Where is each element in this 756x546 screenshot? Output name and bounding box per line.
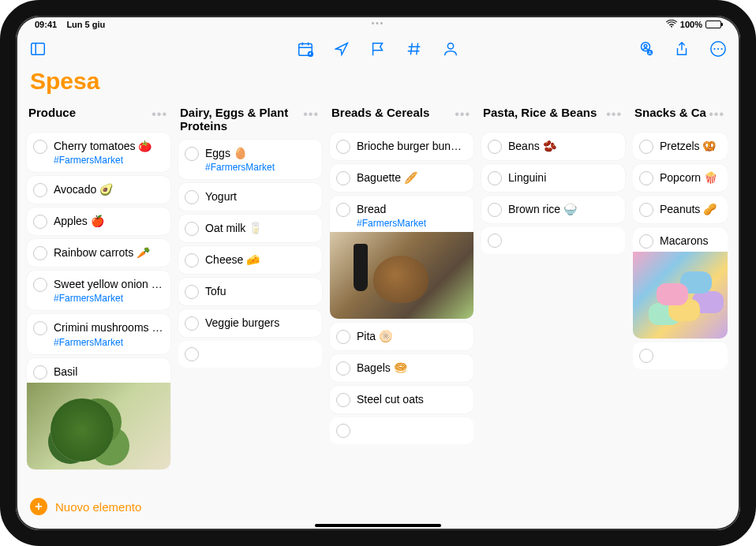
checkbox[interactable] [185, 316, 199, 331]
checkbox[interactable] [488, 140, 502, 154]
column-more-icon[interactable]: ••• [303, 106, 319, 122]
list-item[interactable]: Crimini mushrooms 🍄#FarmersMarket [27, 314, 170, 353]
list-item[interactable]: Peanuts 🥜 [633, 196, 728, 223]
checkbox[interactable] [33, 365, 47, 380]
column: Pasta, Rice & Beans•••Beans 🫘LinguiniBro… [481, 101, 625, 497]
list-item[interactable]: Beans 🫘 [481, 133, 625, 160]
checkbox[interactable] [488, 234, 502, 248]
list-item[interactable]: Pita 🫓 [330, 323, 473, 350]
checkbox[interactable] [639, 171, 653, 185]
list-item[interactable]: Apples 🍎 [27, 208, 170, 235]
flag-icon[interactable] [369, 39, 387, 58]
item-label: Eggs 🥚 [205, 146, 316, 160]
column: Breads & Cereals•••Brioche burger buns 🍔… [330, 101, 473, 497]
checkbox[interactable] [336, 140, 350, 154]
checkbox[interactable] [185, 190, 199, 204]
calendar-icon[interactable] [296, 39, 315, 58]
list-item[interactable]: Oat milk 🥛 [178, 215, 322, 242]
checkbox[interactable] [336, 393, 350, 407]
checkbox[interactable] [488, 171, 502, 185]
item-text: Brown rice 🍚 [508, 202, 619, 216]
column-more-icon[interactable]: ••• [152, 106, 167, 122]
new-item-placeholder[interactable] [633, 342, 728, 369]
checkbox[interactable] [639, 203, 653, 217]
checkbox[interactable] [639, 140, 653, 154]
column-header: Snacks & Ca••• [633, 101, 728, 133]
collaborate-icon[interactable] [636, 39, 655, 58]
checkbox[interactable] [185, 147, 199, 161]
item-text: Bagels 🥯 [357, 361, 467, 375]
item-tag[interactable]: #FarmersMarket [54, 155, 164, 166]
checkbox[interactable] [33, 246, 47, 260]
item-tag[interactable]: #FarmersMarket [205, 162, 316, 173]
checkbox[interactable] [185, 253, 199, 267]
checkbox[interactable] [336, 203, 350, 217]
column-more-icon[interactable]: ••• [455, 106, 470, 122]
item-text: Basil [54, 365, 164, 380]
list-item[interactable]: Popcorn 🍿 [633, 164, 728, 192]
item-label: Peanuts 🥜 [660, 202, 721, 216]
checkbox[interactable] [33, 278, 47, 292]
checkbox[interactable] [33, 215, 47, 229]
sidebar-toggle-icon[interactable] [28, 39, 47, 58]
list-item[interactable]: Linguini [481, 164, 625, 192]
checkbox[interactable] [639, 234, 653, 249]
checkbox[interactable] [185, 222, 199, 236]
column-more-icon[interactable]: ••• [709, 106, 724, 122]
item-tag[interactable]: #FarmersMarket [54, 337, 164, 348]
item-label: Baguette 🥖 [357, 170, 467, 185]
checkbox[interactable] [488, 203, 502, 217]
checkbox[interactable] [336, 330, 350, 344]
column-title: Breads & Cereals [331, 106, 429, 119]
list-item[interactable]: Eggs 🥚#FarmersMarket [178, 140, 322, 179]
list-item[interactable]: Tofu [178, 278, 322, 305]
more-icon[interactable] [709, 39, 728, 58]
list-item[interactable]: Yogurt [178, 183, 322, 211]
cards: Eggs 🥚#FarmersMarketYogurtOat milk 🥛Chee… [178, 140, 322, 368]
checkbox[interactable] [33, 321, 47, 335]
list-item[interactable]: Bagels 🥯 [330, 354, 473, 382]
list-item[interactable]: Bread#FarmersMarket [330, 196, 473, 319]
list-item[interactable]: Avocado 🥑 [27, 176, 170, 204]
list-item[interactable]: Baguette 🥖 [330, 164, 473, 192]
list-item[interactable]: Steel cut oats [330, 386, 473, 413]
item-tag[interactable]: #FarmersMarket [54, 293, 164, 304]
column: Produce•••Cherry tomatoes 🍅#FarmersMarke… [27, 101, 170, 497]
item-label: Sweet yellow onion 🧅 [54, 277, 164, 291]
column-more-icon[interactable]: ••• [606, 106, 622, 122]
hashtag-icon[interactable] [405, 39, 424, 58]
checkbox[interactable] [336, 361, 350, 376]
list-item[interactable]: Pretzels 🥨 [633, 133, 728, 160]
item-label: Macarons [660, 234, 721, 248]
person-icon[interactable] [441, 39, 460, 58]
checkbox[interactable] [185, 285, 199, 299]
board[interactable]: Produce•••Cherry tomatoes 🍅#FarmersMarke… [16, 101, 740, 497]
list-item[interactable]: Basil [27, 358, 170, 469]
list-item[interactable]: Cherry tomatoes 🍅#FarmersMarket [27, 133, 170, 172]
list-item[interactable]: Rainbow carrots 🥕 [27, 239, 170, 267]
multitask-dots[interactable]: ••• [372, 19, 385, 28]
home-indicator[interactable] [315, 524, 441, 527]
list-item[interactable]: Veggie burgers [178, 309, 322, 337]
item-label: Tofu [205, 284, 316, 298]
list-item[interactable]: Brown rice 🍚 [481, 196, 625, 223]
new-item-button[interactable]: + Nuovo elemento [30, 498, 141, 515]
list-item[interactable]: Brioche burger buns 🍔 [330, 133, 473, 160]
checkbox[interactable] [185, 347, 199, 361]
list-item[interactable]: Macarons [633, 227, 728, 338]
item-image [633, 252, 728, 338]
item-tag[interactable]: #FarmersMarket [357, 218, 467, 229]
checkbox[interactable] [336, 424, 350, 438]
new-item-placeholder[interactable] [330, 417, 473, 444]
share-icon[interactable] [672, 39, 691, 58]
item-label: Veggie burgers [205, 316, 316, 330]
new-item-placeholder[interactable] [481, 227, 625, 254]
new-item-placeholder[interactable] [178, 341, 322, 368]
list-item[interactable]: Sweet yellow onion 🧅#FarmersMarket [27, 271, 170, 310]
checkbox[interactable] [33, 183, 47, 197]
checkbox[interactable] [336, 171, 350, 185]
checkbox[interactable] [639, 349, 653, 363]
checkbox[interactable] [33, 140, 47, 154]
list-item[interactable]: Cheese 🧀 [178, 246, 322, 274]
location-icon[interactable] [332, 39, 351, 58]
